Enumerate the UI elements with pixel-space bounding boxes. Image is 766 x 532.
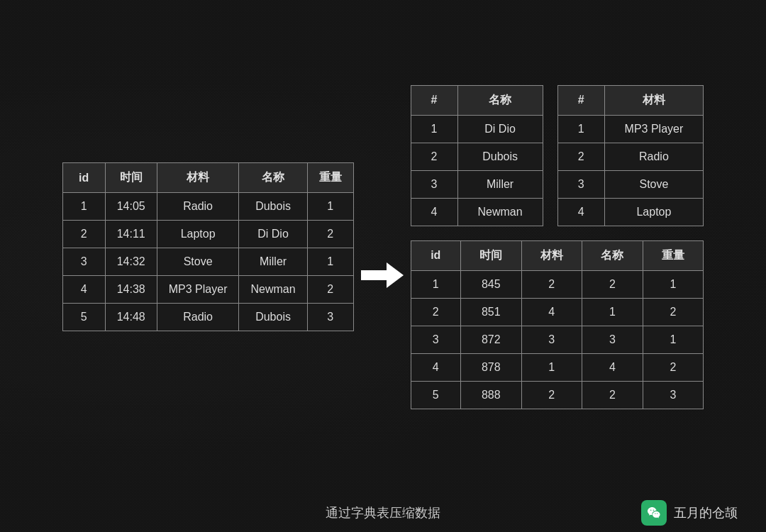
- table-row: 5888223: [411, 381, 704, 409]
- arrow-head: [387, 262, 404, 288]
- top-right-table1: #名称 1Di Dio2Dubois3Miller4Newman: [411, 85, 543, 226]
- table-cell: 4: [411, 353, 460, 381]
- table-cell: 872: [460, 326, 521, 353]
- table-row: 214:11LaptopDi Dio2: [62, 221, 353, 248]
- table-header-cell: 材料: [157, 163, 239, 193]
- table-cell: Laptop: [157, 221, 239, 248]
- table-cell: Miller: [239, 248, 307, 276]
- table-cell: 1: [307, 193, 353, 221]
- table-cell: Dubois: [239, 304, 307, 331]
- table-cell: 1: [643, 326, 704, 353]
- table-cell: 851: [460, 298, 521, 326]
- footer: 通过字典表压缩数据 五月的仓颉: [0, 494, 766, 532]
- table-row: 3Miller: [411, 170, 543, 198]
- bottom-right-table: id时间材料名称重量 18452212851412387233148781425…: [411, 240, 704, 409]
- tr1-body: 1Di Dio2Dubois3Miller4Newman: [411, 115, 543, 226]
- tr2-body: 1MP3 Player2Radio3Stove4Laptop: [557, 115, 704, 226]
- table-header-cell: 名称: [582, 240, 643, 270]
- table-cell: 1: [62, 193, 105, 221]
- table-header-cell: id: [411, 240, 460, 270]
- table-cell: 845: [460, 270, 521, 298]
- table-cell: 3: [643, 381, 704, 409]
- table-cell: 1: [643, 270, 704, 298]
- table-row: 2Radio: [557, 143, 704, 170]
- table-row: 4Newman: [411, 198, 543, 226]
- table-header-cell: id: [62, 163, 105, 193]
- right-section: #名称 1Di Dio2Dubois3Miller4Newman #材料 1MP…: [411, 85, 704, 409]
- tr1-header: #名称: [411, 85, 543, 115]
- table-cell: 1: [582, 298, 643, 326]
- arrow-icon: [361, 262, 404, 288]
- left-table: id时间材料名称重量 114:05RadioDubois1214:11Lapto…: [62, 162, 354, 331]
- table-cell: 4: [411, 198, 457, 226]
- table-header-cell: 材料: [521, 240, 582, 270]
- table-header-cell: #: [411, 85, 457, 115]
- table-row: 2Dubois: [411, 143, 543, 170]
- table-row: 2851412: [411, 298, 704, 326]
- table-row: 3Stove: [557, 170, 704, 198]
- content-area: id时间材料名称重量 114:05RadioDubois1214:11Lapto…: [0, 0, 766, 494]
- table-cell: 2: [307, 221, 353, 248]
- table-cell: 4: [557, 198, 604, 226]
- table-cell: 2: [643, 353, 704, 381]
- top-right-table2: #材料 1MP3 Player2Radio3Stove4Laptop: [557, 85, 704, 226]
- left-table-body: 114:05RadioDubois1214:11LaptopDi Dio2314…: [62, 193, 353, 331]
- table-row: 114:05RadioDubois1: [62, 193, 353, 221]
- table-header-cell: 名称: [457, 85, 543, 115]
- table-cell: Miller: [457, 170, 543, 198]
- table-cell: Newman: [239, 276, 307, 304]
- table-header-cell: 重量: [307, 163, 353, 193]
- table-header-cell: #: [557, 85, 604, 115]
- table-row: 1845221: [411, 270, 704, 298]
- table-cell: 5: [411, 381, 460, 409]
- table-cell: Stove: [604, 170, 704, 198]
- br-body: 18452212851412387233148781425888223: [411, 270, 704, 409]
- table-cell: 1: [411, 270, 460, 298]
- table-cell: 2: [411, 143, 457, 170]
- table-cell: 14:05: [105, 193, 157, 221]
- table-cell: MP3 Player: [604, 115, 704, 143]
- right-top: #名称 1Di Dio2Dubois3Miller4Newman #材料 1MP…: [411, 85, 704, 226]
- table-cell: 2: [307, 276, 353, 304]
- footer-brand: 五月的仓颉: [641, 500, 738, 526]
- table-cell: Radio: [157, 304, 239, 331]
- arrow-section: [354, 206, 411, 288]
- table-cell: 3: [521, 326, 582, 353]
- brand-name: 五月的仓颉: [674, 504, 738, 521]
- table-row: 1MP3 Player: [557, 115, 704, 143]
- table-cell: Radio: [604, 143, 704, 170]
- table-cell: 3: [557, 170, 604, 198]
- table-cell: 878: [460, 353, 521, 381]
- table-cell: 14:48: [105, 304, 157, 331]
- table-cell: 2: [62, 221, 105, 248]
- table-header-cell: 材料: [604, 85, 704, 115]
- table-cell: 3: [582, 326, 643, 353]
- table-cell: 2: [521, 270, 582, 298]
- table-cell: 2: [582, 270, 643, 298]
- table-header-cell: 时间: [460, 240, 521, 270]
- table-row: 4Laptop: [557, 198, 704, 226]
- table-cell: Dubois: [457, 143, 543, 170]
- table-cell: 4: [62, 276, 105, 304]
- table-cell: 2: [643, 298, 704, 326]
- table-cell: 3: [411, 326, 460, 353]
- table-cell: 3: [411, 170, 457, 198]
- main-container: id时间材料名称重量 114:05RadioDubois1214:11Lapto…: [0, 0, 766, 532]
- table-row: 414:38MP3 PlayerNewman2: [62, 276, 353, 304]
- table-cell: 2: [557, 143, 604, 170]
- table-cell: 3: [62, 248, 105, 276]
- table-cell: 888: [460, 381, 521, 409]
- table-cell: 14:32: [105, 248, 157, 276]
- table-row: 1Di Dio: [411, 115, 543, 143]
- table-cell: 2: [411, 298, 460, 326]
- table-cell: Newman: [457, 198, 543, 226]
- table-cell: 2: [582, 381, 643, 409]
- table-cell: Di Dio: [457, 115, 543, 143]
- table-cell: Stove: [157, 248, 239, 276]
- table-cell: 14:38: [105, 276, 157, 304]
- table-cell: Radio: [157, 193, 239, 221]
- table-cell: 1: [557, 115, 604, 143]
- table-cell: 1: [411, 115, 457, 143]
- table-cell: 1: [521, 353, 582, 381]
- table-row: 4878142: [411, 353, 704, 381]
